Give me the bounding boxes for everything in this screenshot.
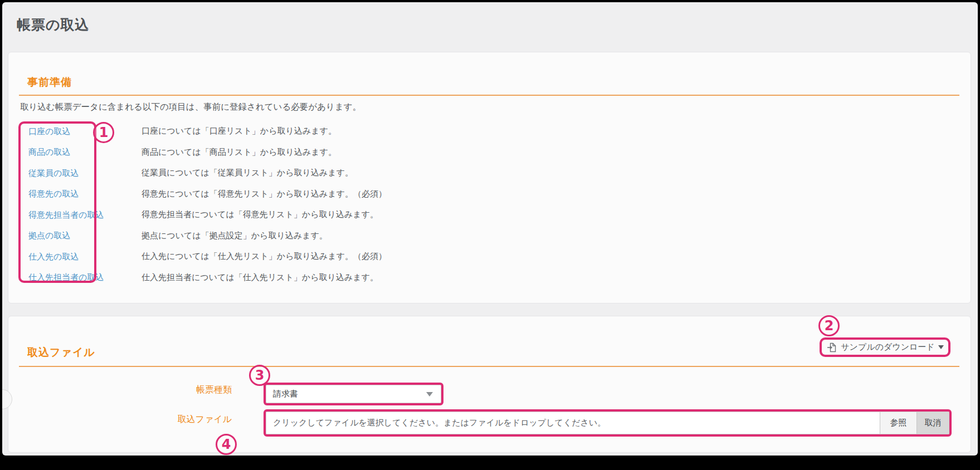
list-item-description: 商品については「商品リスト」から取り込みます。 [142, 147, 337, 158]
link-location-import[interactable]: 拠点の取込 [28, 231, 70, 241]
annotation-number-3: 3 [249, 365, 270, 386]
page-title: 帳票の取込 [17, 16, 90, 34]
list-item-description: 仕入先担当者については「仕入先リスト」から取り込みます。 [142, 272, 378, 283]
caret-down-icon [426, 392, 433, 396]
link-product-import[interactable]: 商品の取込 [28, 147, 70, 157]
link-account-import[interactable]: 口座の取込 [28, 126, 70, 136]
list-item: 仕入先の取込 仕入先については「仕入先リスト」から取り込みます。（必須） [8, 246, 971, 267]
sample-download-button[interactable]: サンプルのダウンロード [822, 340, 948, 355]
app-screen: 帳票の取込 事前準備 取り込む帳票データに含まれる以下の項目は、事前に登録されて… [2, 2, 978, 456]
section-divider [19, 95, 959, 96]
preparation-card: 事前準備 取り込む帳票データに含まれる以下の項目は、事前に登録されている必要があ… [8, 52, 971, 303]
link-employee-import[interactable]: 従業員の取込 [28, 168, 79, 178]
list-item: 拠点の取込 拠点については「拠点設定」から取り込みます。 [8, 226, 971, 247]
preparation-intro: 取り込む帳票データに含まれる以下の項目は、事前に登録されている必要があります。 [20, 101, 361, 113]
clear-button[interactable]: 取消 [916, 412, 949, 434]
browse-button[interactable]: 参照 [880, 412, 916, 434]
file-input-placeholder: クリックしてファイルを選択してください。またはファイルをドロップしてください。 [273, 418, 606, 428]
list-item: 得意先担当者の取込 得意先担当者については「得意先リスト」から取り込みます。 [8, 204, 971, 226]
list-item: 商品の取込 商品については「商品リスト」から取り込みます。 [8, 142, 971, 163]
import-file-input-group: クリックしてファイルを選択してください。またはファイルをドロップしてください。 … [266, 412, 949, 434]
list-item-description: 得意先については「得意先リスト」から取り込みます。（必須） [142, 189, 387, 199]
caret-down-icon [938, 345, 944, 349]
document-import-icon [826, 342, 837, 353]
import-file-card: 取込ファイル サンプルのダウンロード 2 帳票種類 請求書 3 取込ファイル [8, 316, 971, 453]
list-item-description: 得意先担当者については「得意先リスト」から取り込みます。 [142, 209, 378, 220]
preparation-heading: 事前準備 [27, 75, 72, 90]
list-item-description: 拠点については「拠点設定」から取り込みます。 [142, 231, 328, 241]
annotation-number-4: 4 [216, 434, 237, 455]
list-item: 口座の取込 口座については「口座リスト」から取り込みます。 [8, 121, 971, 142]
section-divider [19, 366, 959, 367]
list-item: 得意先の取込 得意先については「得意先リスト」から取り込みます。（必須） [8, 184, 971, 205]
list-item-description: 口座については「口座リスト」から取り込みます。 [142, 126, 337, 136]
list-item: 仕入先担当者の取込 仕入先担当者については「仕入先リスト」から取り込みます。 [8, 267, 971, 288]
link-supplier-contact-import[interactable]: 仕入先担当者の取込 [28, 272, 104, 282]
file-drop-input[interactable]: クリックしてファイルを選択してください。またはファイルをドロップしてください。 [266, 412, 880, 434]
preparation-list: 口座の取込 口座については「口座リスト」から取り込みます。 商品の取込 商品につ… [8, 121, 971, 288]
sample-download-label: サンプルのダウンロード [841, 342, 935, 352]
link-customer-contact-import[interactable]: 得意先担当者の取込 [28, 210, 104, 220]
import-file-label: 取込ファイル [8, 414, 232, 425]
doc-type-selected-value: 請求書 [266, 389, 426, 399]
doc-type-label: 帳票種類 [8, 384, 232, 396]
list-item-description: 従業員については「従業員リスト」から取り込みます。 [142, 168, 353, 178]
annotation-number-2: 2 [818, 315, 840, 336]
import-file-heading: 取込ファイル [27, 345, 95, 360]
link-customer-import[interactable]: 得意先の取込 [28, 189, 79, 199]
link-supplier-import[interactable]: 仕入先の取込 [28, 252, 79, 262]
doc-type-select[interactable]: 請求書 [266, 385, 441, 403]
list-item-description: 仕入先については「仕入先リスト」から取り込みます。（必須） [142, 251, 387, 262]
list-item: 従業員の取込 従業員については「従業員リスト」から取り込みます。 [8, 163, 971, 184]
